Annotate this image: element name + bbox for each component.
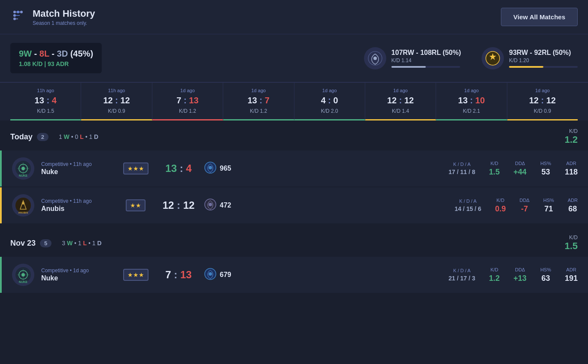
match-score-today-nuke: 13 : 4: [153, 162, 204, 174]
mini-score-6: 13 : 10: [439, 96, 503, 105]
match-stats-today-anubis: K / D / A 14 / 15 / 6 K/D 0.9 DDΔ -7 HS%…: [239, 198, 578, 214]
player2-stat: 93RW - 92RL (50%) K/D 1.20: [482, 47, 578, 69]
mini-kd-2: K/D 1.2: [156, 108, 219, 114]
mini-match-0[interactable]: 11h ago 13 : 4 K/D 1.5: [10, 83, 81, 120]
mini-kd-6: K/D 2.1: [439, 108, 503, 114]
player1-avatar: [364, 47, 386, 69]
today-label: Today 2: [10, 132, 48, 141]
mini-matches-row: 11h ago 13 : 4 K/D 1.5 11h ago 12 : 12 K…: [0, 83, 588, 120]
mini-kd-5: K/D 1.4: [369, 108, 432, 114]
match-row-today-anubis[interactable]: ANUBIS Competitive • 11h ago Anubis ★★ 1…: [0, 187, 588, 223]
mini-time-5: 1d ago: [369, 88, 432, 93]
mini-match-4[interactable]: 1d ago 4 : 0 K/D 2.0: [294, 83, 365, 120]
player1-kd: K/D 1.14: [391, 57, 461, 63]
header-subtitle: Season 1 matches only.: [33, 20, 95, 26]
mini-time-1: 11h ago: [85, 88, 148, 93]
match-medal-today-nuke: 965: [204, 162, 239, 176]
nov23-wld: 3 W • 1 L • 1 D: [62, 240, 101, 247]
rank-badge-nov23-nuke: ★★★: [123, 269, 149, 281]
stat-kd-today-nuke: K/D 1.5: [489, 161, 500, 177]
match-rank-today-anubis: ★★: [118, 199, 153, 211]
win-pct: (45%): [70, 49, 93, 58]
wins-count: 9W: [19, 49, 32, 58]
mini-kd-1: K/D 0.9: [85, 108, 148, 114]
rank-badge-today-anubis: ★★: [126, 199, 145, 211]
rank-badge-today-nuke: ★★★: [123, 162, 149, 174]
stats-banner: 9W - 8L - 3D (45%) 1.08 K/D | 93 ADR 107…: [0, 34, 588, 83]
stat-hs-today-anubis: HS% 71: [543, 198, 554, 214]
match-stats-today-nuke: K / D / A 17 / 11 / 8 K/D 1.5 DDΔ +44 HS…: [239, 161, 578, 177]
match-history-icon: [10, 8, 26, 26]
match-score-today-anubis: 12 : 12: [153, 199, 204, 211]
nov23-count: 5: [40, 239, 52, 247]
main-stats: 9W - 8L - 3D (45%) 1.08 K/D | 93 ADR: [10, 43, 102, 73]
rank-stars-today-anubis: ★★: [130, 202, 141, 209]
stat-adr-today-anubis: ADR 68: [568, 198, 578, 214]
mini-time-6: 1d ago: [439, 88, 503, 93]
mini-match-6[interactable]: 1d ago 13 : 10 K/D 2.1: [436, 83, 507, 120]
medal-icon-today-anubis: [204, 199, 216, 213]
medal-icon-today-nuke: [204, 162, 216, 176]
stat-kd-nov23-nuke: K/D 1.2: [489, 267, 500, 283]
match-map-today-anubis: Anubis: [41, 205, 118, 213]
match-score-big-today-nuke: 13 : 4: [153, 162, 204, 174]
nov23-label: Nov 23 5: [10, 239, 52, 248]
medal-score-today-anubis: 472: [220, 202, 231, 209]
player2-record: 93RW - 92RL (50%): [509, 49, 578, 57]
mini-match-7[interactable]: 1d ago 12 : 12 K/D 0.9: [507, 83, 578, 120]
page-title: Match History: [33, 8, 95, 19]
today-count: 2: [37, 133, 48, 141]
player2-info: 93RW - 92RL (50%) K/D 1.20: [509, 49, 578, 68]
match-map-nov23-nuke: Nuke: [41, 274, 118, 282]
match-row-nov23-nuke[interactable]: NUKE Competitive • 1d ago Nuke ★★★ 7 : 1…: [0, 257, 588, 293]
today-wld: 1 W • 0 L • 1 D: [59, 133, 98, 140]
player2-avatar: [482, 47, 504, 69]
mini-score-7: 12 : 12: [511, 96, 574, 105]
mini-match-3[interactable]: 1d ago 13 : 7 K/D 1.2: [223, 83, 294, 120]
mini-score-1: 12 : 12: [85, 96, 148, 105]
rank-stars-nov23-nuke: ★★★: [127, 271, 144, 278]
player2-kd: K/D 1.20: [509, 57, 578, 63]
stat-dd-today-nuke: DDΔ +44: [513, 161, 527, 177]
nov23-section-header: Nov 23 5 3 W • 1 L • 1 D K/D 1.5: [0, 227, 588, 256]
match-mode-nov23-nuke: Competitive • 1d ago: [41, 268, 118, 274]
medal-icon-nov23-nuke: [204, 268, 216, 282]
mini-time-2: 1d ago: [156, 88, 219, 93]
medal-score-today-nuke: 965: [220, 165, 231, 172]
stat-kda-nov23-nuke: K / D / A 21 / 17 / 3: [449, 268, 475, 282]
svg-point-31: [209, 272, 212, 276]
view-all-button[interactable]: View All Matches: [501, 8, 578, 26]
mini-match-2[interactable]: 1d ago 7 : 13 K/D 1.2: [152, 83, 223, 120]
win-loss-record: 9W - 8L - 3D (45%): [19, 49, 93, 59]
svg-text:ANUBIS: ANUBIS: [18, 211, 28, 214]
match-row-today-nuke[interactable]: NUKE Competitive • 11h ago Nuke ★★★ 13 :…: [0, 150, 588, 187]
mini-kd-7: K/D 0.9: [511, 108, 574, 114]
stat-hs-nov23-nuke: HS% 63: [540, 267, 551, 283]
stat-kd-today-anubis: K/D 0.9: [495, 198, 506, 214]
today-kd: K/D 1.2: [564, 128, 578, 145]
match-medal-nov23-nuke: 679: [204, 268, 239, 282]
map-icon-today-nuke: NUKE: [12, 157, 34, 180]
match-score-nov23-nuke: 7 : 13: [153, 269, 204, 281]
mini-time-4: 1d ago: [298, 88, 361, 93]
mini-score-0: 13 : 4: [14, 96, 77, 105]
mini-kd-3: K/D 1.2: [227, 108, 290, 114]
svg-text:NUKE: NUKE: [19, 280, 27, 283]
match-info-today-anubis: Competitive • 11h ago Anubis: [41, 198, 118, 213]
matches-container: NUKE Competitive • 11h ago Nuke ★★★ 13 :…: [0, 150, 588, 223]
sep1: -: [34, 49, 39, 58]
stat-adr-nov23-nuke: ADR 191: [565, 267, 578, 283]
mini-score-5: 12 : 12: [369, 96, 432, 105]
mini-match-5[interactable]: 1d ago 12 : 12 K/D 1.4: [365, 83, 436, 120]
draws-count: 3D: [57, 49, 68, 58]
mini-kd-0: K/D 1.5: [14, 108, 77, 114]
mini-match-1[interactable]: 11h ago 12 : 12 K/D 0.9: [81, 83, 152, 120]
svg-point-9: [373, 57, 377, 60]
match-info-today-nuke: Competitive • 11h ago Nuke: [41, 161, 118, 176]
match-score-big-nov23-nuke: 7 : 13: [153, 269, 204, 281]
stat-dd-nov23-nuke: DDΔ +13: [513, 267, 527, 283]
stat-dd-today-anubis: DDΔ -7: [519, 198, 529, 214]
stat-kda-today-nuke: K / D / A 17 / 11 / 8: [449, 162, 475, 175]
map-icon-today-anubis: ANUBIS: [12, 194, 34, 217]
stat-adr-today-nuke: ADR 118: [565, 161, 578, 177]
